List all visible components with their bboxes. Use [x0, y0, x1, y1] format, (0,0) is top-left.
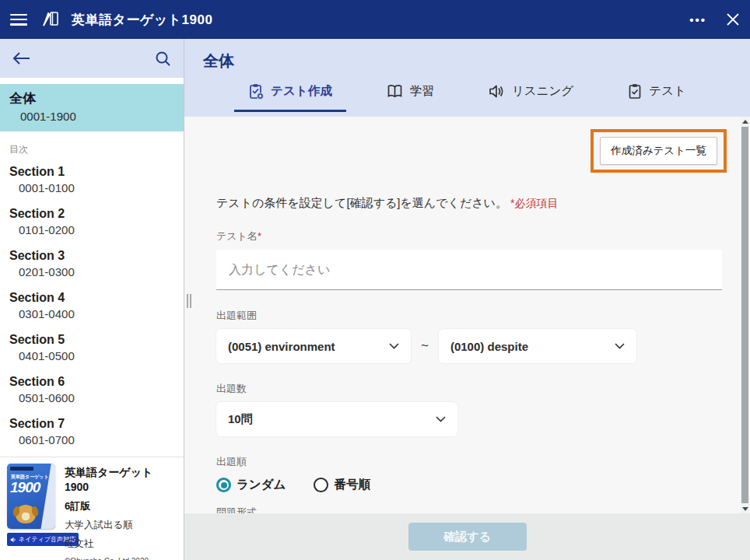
radio-label: ランダム — [237, 477, 286, 493]
order-radio-group: ランダム 番号順 — [216, 477, 722, 493]
range-label: 出題範囲 — [216, 309, 722, 323]
scroll-up-arrow[interactable] — [741, 117, 749, 126]
radio-number-order[interactable]: 番号順 — [314, 477, 370, 493]
count-label: 出題数 — [216, 382, 722, 396]
main-panel: 全体 テスト作成 — [184, 39, 750, 560]
tab-label: 学習 — [410, 83, 434, 100]
book-open-icon — [387, 84, 403, 99]
range-row: (0051) environment ~ (0100) despite — [216, 329, 722, 363]
chevron-down-icon — [615, 343, 625, 349]
tab-test[interactable]: テスト — [614, 73, 700, 112]
sidebar: 全体 0001-1900 目次 Section 1 0001-0100 Sect… — [0, 39, 184, 560]
clipboard-check-icon — [628, 83, 642, 100]
sidebar-header — [0, 39, 184, 78]
instruction-text: テストの条件を設定して[確認する]を選んでください。*必須項目 — [216, 196, 722, 211]
count-dropdown[interactable]: 10問 — [216, 402, 457, 436]
scrollbar-thumb[interactable] — [741, 127, 748, 503]
dog-illustration — [16, 505, 36, 523]
range-from-dropdown[interactable]: (0051) environment — [216, 329, 411, 363]
book-edition: 6訂版 — [65, 499, 152, 513]
sidebar-item-section-7[interactable]: Section 7 0601-0700 — [0, 411, 184, 448]
range-to-value: (0100) despite — [450, 340, 528, 353]
section-range: 0201-0300 — [19, 264, 174, 280]
range-separator: ~ — [421, 338, 429, 354]
back-arrow-icon[interactable] — [12, 51, 31, 65]
book-copyright: ©Obunsha Co.,Ltd 2020 — [65, 557, 152, 560]
order-label: 出題順 — [216, 455, 722, 469]
section-range: 0101-0200 — [19, 222, 174, 238]
section-range: 0501-0600 — [19, 390, 174, 406]
sidebar-item-section-5[interactable]: Section 5 0401-0500 — [0, 327, 184, 364]
speaker-icon — [10, 537, 16, 543]
speaker-icon — [489, 84, 505, 99]
search-icon[interactable] — [155, 51, 171, 67]
toc-label: 目次 — [9, 143, 184, 156]
section-range: 0301-0400 — [19, 306, 174, 322]
app-window: 英単語ターゲット1900 ••• — [0, 0, 750, 560]
hamburger-menu-icon[interactable] — [10, 14, 27, 26]
radio-unselected-icon — [314, 478, 328, 492]
tab-listening[interactable]: リスニング — [475, 73, 587, 112]
sidebar-resize-handle[interactable] — [187, 294, 193, 308]
section-title: Section 7 — [9, 415, 174, 432]
count-value: 10問 — [228, 412, 253, 427]
chevron-down-icon — [436, 416, 446, 422]
section-range: 0001-0100 — [19, 180, 174, 196]
sidebar-item-section-4[interactable]: Section 4 0301-0400 — [0, 285, 184, 322]
title-bar: 英単語ターゲット1900 ••• — [0, 0, 750, 39]
count-row: 10問 — [216, 402, 722, 436]
sidebar-item-section-6[interactable]: Section 6 0501-0600 — [0, 369, 184, 406]
instruction-main: テストの条件を設定して[確認する]を選んでください。 — [216, 196, 507, 209]
sidebar-item-section-3[interactable]: Section 3 0201-0300 — [0, 243, 184, 280]
section-title: Section 1 — [9, 163, 174, 180]
range-from-value: (0051) environment — [228, 340, 335, 353]
test-create-form: 作成済みテスト一覧 テストの条件を設定して[確認する]を選んでください。*必須項… — [184, 117, 750, 513]
cover-number: 1900 — [10, 479, 40, 496]
section-title: Section 6 — [9, 373, 174, 390]
confirm-button[interactable]: 確認する — [408, 523, 527, 551]
test-name-input[interactable] — [216, 250, 722, 290]
format-label: 問題形式 — [216, 506, 722, 513]
vertical-scrollbar[interactable] — [741, 117, 749, 513]
radio-label: 番号順 — [334, 477, 370, 493]
sidebar-item-section-2[interactable]: Section 2 0101-0200 — [0, 201, 184, 238]
book-publisher: 旺文社 — [65, 537, 152, 551]
more-options-icon[interactable]: ••• — [689, 13, 706, 26]
sidebar-item-section-1[interactable]: Section 1 0001-0100 — [0, 159, 184, 196]
chevron-down-icon — [389, 343, 399, 349]
footer-bar: 確認する — [184, 513, 750, 560]
section-title: Section 2 — [9, 205, 174, 222]
section-title: Section 5 — [9, 331, 174, 348]
main-header: 全体 テスト作成 — [184, 39, 750, 117]
tab-label: テスト作成 — [271, 83, 332, 100]
page-title: 全体 — [184, 39, 750, 72]
annotation-highlight-box: 作成済みテスト一覧 — [591, 129, 727, 173]
scroll-down-arrow[interactable] — [741, 504, 749, 513]
tab-bar: テスト作成 学習 — [184, 73, 750, 112]
section-range: 0601-0700 — [19, 432, 174, 448]
tab-label: リスニング — [512, 83, 573, 100]
selected-item-title: 全体 — [9, 90, 174, 107]
range-to-dropdown[interactable]: (0100) despite — [439, 329, 636, 363]
test-name-label: テスト名* — [216, 229, 722, 243]
book-subtitle: 大学入試出る順 — [65, 519, 152, 532]
book-info-panel: 英単語ターゲット 1900 ネイティブ音声対応 英単語ターゲット 190 — [0, 457, 184, 560]
tab-study[interactable]: 学習 — [373, 73, 448, 112]
created-tests-list-button[interactable]: 作成済みテスト一覧 — [600, 137, 717, 165]
book-title-line2: 1900 — [65, 480, 152, 495]
chapter-list: 全体 0001-1900 目次 Section 1 0001-0100 Sect… — [0, 78, 184, 457]
sidebar-item-all-selected[interactable]: 全体 0001-1900 — [0, 84, 184, 131]
book-meta: 英単語ターゲット 1900 6訂版 大学入試出る順 旺文社 ©Obunsha C… — [65, 464, 152, 555]
app-logo-icon — [40, 10, 61, 29]
radio-random[interactable]: ランダム — [216, 477, 286, 493]
tab-test-create[interactable]: テスト作成 — [234, 73, 346, 112]
clipboard-plus-icon — [248, 83, 264, 100]
required-asterisk: * — [258, 230, 261, 242]
book-cover-thumbnail: 英単語ターゲット 1900 — [7, 464, 55, 529]
app-title: 英単語ターゲット1900 — [72, 11, 212, 29]
section-title: Section 4 — [9, 289, 174, 306]
book-title-line1: 英単語ターゲット — [65, 465, 152, 480]
close-icon[interactable] — [727, 13, 739, 26]
required-note: *必須項目 — [510, 197, 558, 209]
tab-label: テスト — [649, 83, 686, 100]
